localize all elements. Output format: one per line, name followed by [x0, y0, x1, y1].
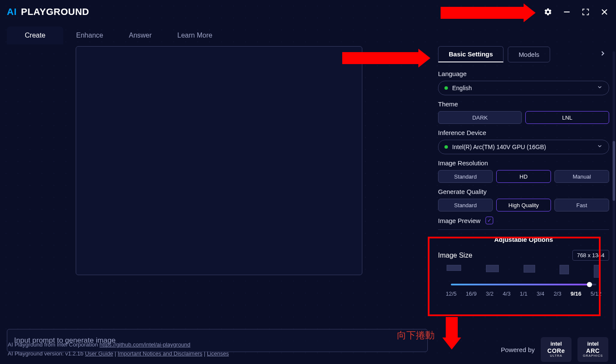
chevron-down-icon: [597, 84, 603, 92]
theme-lnl-button[interactable]: LNL: [525, 111, 609, 124]
tab-enhance[interactable]: Enhance: [63, 26, 116, 44]
intel-arc-badge: intel ARC GRAPHICS: [578, 337, 608, 362]
settings-scrollbar[interactable]: [613, 51, 615, 330]
ratio-label[interactable]: 2/3: [554, 291, 561, 297]
device-value: Intel(R) Arc(TM) 140V GPU (16GB): [452, 144, 546, 150]
theme-label: Theme: [438, 100, 609, 108]
theme-dark-button[interactable]: DARK: [438, 111, 522, 124]
resolution-hd-button[interactable]: HD: [496, 170, 551, 183]
annotation-text: 向下捲動: [397, 329, 435, 342]
ratio-label[interactable]: 3/2: [486, 291, 494, 297]
ratio-labels: 12/5 16/9 3/2 4/3 1/1 3/4 2/3 9/16 5/12: [438, 288, 609, 297]
footer: AI Playground from Intel Corporation htt…: [0, 335, 616, 364]
footer-text: AI Playground from Intel Corporation: [8, 341, 100, 348]
resolution-standard-button[interactable]: Standard: [438, 170, 493, 183]
status-dot-icon: [444, 86, 448, 90]
ratio-label[interactable]: 1/1: [520, 291, 527, 297]
ratio-swatch[interactable]: [594, 265, 601, 278]
licenses-link[interactable]: Licenses: [207, 350, 229, 357]
ratio-swatch[interactable]: [486, 265, 499, 272]
language-value: English: [452, 85, 472, 91]
ratio-swatch[interactable]: [447, 265, 461, 271]
settings-tab-models[interactable]: Models: [508, 47, 550, 62]
ratio-label[interactable]: 16/9: [466, 291, 477, 297]
imagesize-label: Image Size: [438, 252, 472, 259]
settings-tab-basic[interactable]: Basic Settings: [438, 46, 503, 62]
ratio-swatch[interactable]: [560, 265, 569, 274]
image-canvas: [76, 46, 362, 275]
minimize-icon[interactable]: [562, 7, 572, 17]
quality-standard-button[interactable]: Standard: [438, 199, 493, 211]
tab-learn-more[interactable]: Learn More: [165, 26, 225, 44]
titlebar: AI PLAYGROUND: [0, 0, 616, 24]
ratio-swatch[interactable]: [524, 265, 535, 273]
user-guide-link[interactable]: User Guide: [85, 350, 113, 357]
quality-high-button[interactable]: High Quality: [496, 199, 551, 211]
ratio-label[interactable]: 5/12: [591, 291, 601, 297]
device-dropdown[interactable]: Intel(R) Arc(TM) 140V GPU (16GB): [438, 140, 609, 154]
resolution-label: Image Resolution: [438, 159, 609, 167]
imagesize-value: 768 x 1344: [572, 250, 609, 261]
ratio-label[interactable]: 3/4: [537, 291, 545, 297]
adjustable-title: Adjustable Options: [438, 236, 609, 243]
main-tabs: Create Enhance Answer Learn More: [0, 24, 616, 44]
logo-playground: PLAYGROUND: [21, 6, 89, 18]
status-dot-icon: [444, 145, 448, 149]
language-dropdown[interactable]: English: [438, 81, 609, 95]
settings-collapse-icon[interactable]: [599, 50, 607, 59]
slider-thumb[interactable]: [587, 282, 592, 287]
chevron-down-icon: [597, 143, 603, 151]
settings-gear-icon[interactable]: [543, 7, 553, 17]
powered-by-label: Powered by: [501, 346, 535, 353]
preview-label: Image Preview: [438, 217, 480, 224]
tab-create[interactable]: Create: [7, 26, 63, 44]
settings-panel: Basic Settings Models Language English T…: [438, 44, 613, 323]
app-logo: AI PLAYGROUND: [7, 6, 89, 18]
tab-answer[interactable]: Answer: [116, 26, 164, 44]
repo-link[interactable]: https://github.com/intel/ai-playground: [100, 341, 190, 348]
footer-version: AI Playground version: v1.2.1b: [8, 350, 85, 357]
maximize-icon[interactable]: [581, 7, 590, 17]
quality-label: Generate Quality: [438, 188, 609, 195]
ratio-label[interactable]: 4/3: [503, 291, 510, 297]
ratio-swatches: [438, 265, 609, 278]
device-label: Inference Device: [438, 129, 609, 136]
quality-fast-button[interactable]: Fast: [554, 199, 609, 211]
resolution-manual-button[interactable]: Manual: [554, 170, 609, 183]
close-icon[interactable]: [600, 7, 609, 17]
language-label: Language: [438, 70, 609, 77]
preview-checkbox[interactable]: ✓: [486, 217, 493, 224]
ratio-label[interactable]: 12/5: [446, 291, 456, 297]
ratio-label[interactable]: 9/16: [571, 291, 581, 297]
ratio-slider[interactable]: [438, 281, 609, 288]
notices-link[interactable]: Important Notices and Disclaimers: [118, 350, 202, 357]
intel-core-badge: intel CORe ULTRA: [541, 337, 572, 362]
adjustable-options: Adjustable Options Image Size 768 x 1344…: [438, 229, 609, 297]
logo-ai: AI: [7, 6, 17, 18]
